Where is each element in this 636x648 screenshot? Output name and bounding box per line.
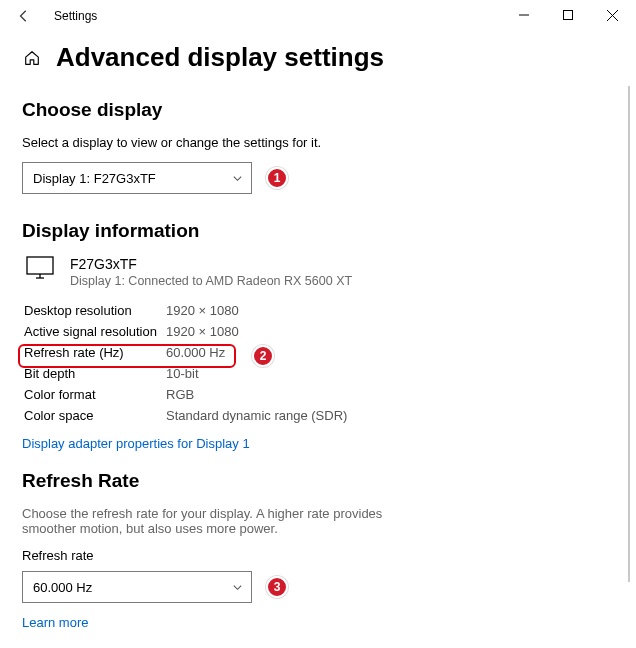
table-row: Refresh rate (Hz) 60.000 Hz [24, 342, 614, 363]
home-icon[interactable] [22, 48, 42, 68]
back-button[interactable] [12, 4, 36, 28]
monitor-summary: F27G3xTF Display 1: Connected to AMD Rad… [26, 256, 614, 288]
adapter-properties-link[interactable]: Display adapter properties for Display 1 [22, 436, 250, 451]
monitor-name: F27G3xTF [70, 256, 352, 272]
refresh-rate-dropdown-value: 60.000 Hz [33, 580, 92, 595]
display-info-heading: Display information [22, 220, 614, 242]
display-dropdown-value: Display 1: F27G3xTF [33, 171, 156, 186]
page-header: Advanced display settings [22, 42, 614, 73]
table-row: Desktop resolution 1920 × 1080 [24, 300, 614, 321]
refresh-rate-heading: Refresh Rate [22, 470, 614, 492]
choose-display-heading: Choose display [22, 99, 614, 121]
maximize-button[interactable] [546, 0, 590, 30]
svg-rect-4 [27, 257, 53, 274]
table-row: Color space Standard dynamic range (SDR) [24, 405, 614, 426]
refresh-rate-label: Refresh rate [22, 548, 614, 563]
table-row: Active signal resolution 1920 × 1080 [24, 321, 614, 342]
titlebar: Settings [0, 0, 636, 32]
annotation-badge-3: 3 [266, 576, 288, 598]
annotation-badge-1: 1 [266, 167, 288, 189]
monitor-connection: Display 1: Connected to AMD Radeon RX 56… [70, 274, 352, 288]
choose-display-desc: Select a display to view or change the s… [22, 135, 614, 150]
svg-rect-1 [564, 11, 573, 20]
window-controls [502, 0, 634, 30]
display-info-table: Desktop resolution 1920 × 1080 Active si… [24, 300, 614, 426]
chevron-down-icon [231, 582, 243, 593]
close-button[interactable] [590, 0, 634, 30]
app-title: Settings [54, 9, 97, 23]
annotation-badge-2: 2 [252, 345, 274, 367]
display-dropdown[interactable]: Display 1: F27G3xTF [22, 162, 252, 194]
learn-more-link[interactable]: Learn more [22, 615, 88, 630]
monitor-icon [26, 256, 56, 284]
refresh-rate-dropdown[interactable]: 60.000 Hz [22, 571, 252, 603]
chevron-down-icon [231, 173, 243, 184]
page-title: Advanced display settings [56, 42, 384, 73]
table-row: Color format RGB [24, 384, 614, 405]
refresh-rate-desc: Choose the refresh rate for your display… [22, 506, 422, 536]
minimize-button[interactable] [502, 0, 546, 30]
table-row: Bit depth 10-bit [24, 363, 614, 384]
